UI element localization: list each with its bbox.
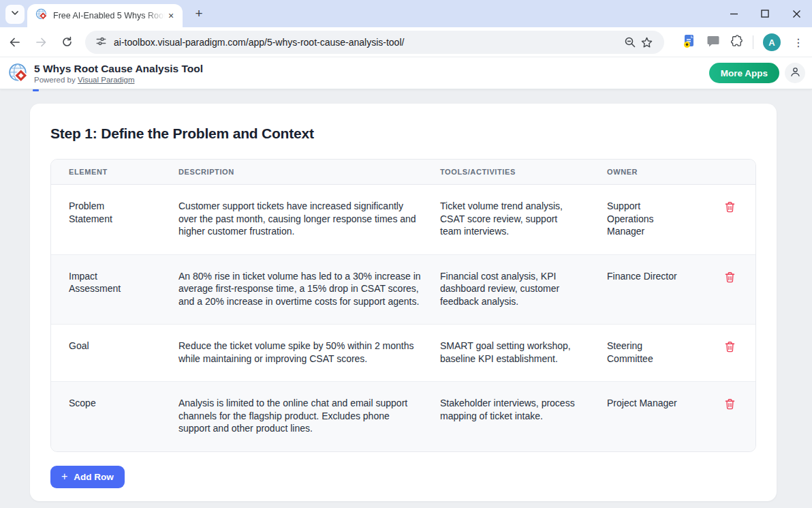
person-icon bbox=[790, 66, 801, 80]
chevron-down-icon bbox=[10, 8, 20, 20]
table-row: Scope Analysis is limited to the online … bbox=[51, 381, 755, 451]
page-content: Step 1: Define the Problem and Context E… bbox=[0, 89, 812, 508]
delete-row-button[interactable] bbox=[723, 340, 736, 354]
toolbar-separator bbox=[753, 35, 753, 49]
more-apps-button[interactable]: More Apps bbox=[709, 63, 779, 83]
minimize-button[interactable] bbox=[718, 0, 749, 27]
profile-avatar[interactable]: A bbox=[763, 33, 781, 51]
app-title-block: 5 Whys Root Cause Analysis Tool Powered … bbox=[34, 63, 203, 84]
cell-element[interactable]: Problem Statement bbox=[51, 200, 178, 238]
step-card: Step 1: Define the Problem and Context E… bbox=[30, 104, 777, 501]
column-header-owner: Owner bbox=[607, 168, 702, 176]
table-row: Goal Reduce the ticket volume spike by 5… bbox=[51, 324, 755, 381]
scrolled-element-fragment bbox=[33, 89, 39, 91]
table-row: Problem Statement Customer support ticke… bbox=[51, 185, 755, 254]
column-header-element: Element bbox=[51, 168, 178, 176]
delete-row-button[interactable] bbox=[723, 397, 736, 411]
cell-tools[interactable]: Financial cost analysis, KPI dashboard r… bbox=[440, 270, 607, 308]
cell-tools[interactable]: Ticket volume trend analysis, CSAT score… bbox=[440, 200, 607, 238]
docs-offline-icon[interactable] bbox=[682, 33, 697, 51]
table-header-row: Element Description Tools/Activities Own… bbox=[51, 160, 755, 185]
analysis-table: Element Description Tools/Activities Own… bbox=[50, 159, 756, 452]
user-account-button[interactable] bbox=[785, 63, 805, 83]
cell-owner[interactable]: Support Operations Manager bbox=[607, 200, 702, 238]
trash-icon bbox=[725, 402, 735, 412]
extensions-puzzle-icon[interactable] bbox=[730, 34, 743, 50]
browser-window: Free AI-Enabled 5 Whys Root C × + bbox=[0, 0, 812, 508]
tab-search-button[interactable] bbox=[5, 5, 25, 24]
powered-by-text: Powered by bbox=[34, 76, 78, 84]
cell-description[interactable]: Analysis is limited to the online chat a… bbox=[178, 397, 440, 435]
address-bar[interactable]: ai-toolbox.visual-paradigm.com/app/5-why… bbox=[85, 31, 664, 54]
trash-icon bbox=[725, 344, 735, 355]
page-title: 5 Whys Root Cause Analysis Tool bbox=[34, 63, 203, 75]
cell-tools[interactable]: SMART goal setting workshop, baseline KP… bbox=[440, 340, 607, 365]
zoom-out-icon[interactable] bbox=[622, 34, 638, 50]
column-header-tools: Tools/Activities bbox=[440, 168, 607, 176]
feedback-bubble-icon[interactable] bbox=[706, 34, 720, 50]
header-actions: More Apps bbox=[709, 63, 805, 83]
add-row-label: Add Row bbox=[74, 472, 114, 482]
close-window-button[interactable] bbox=[781, 0, 812, 27]
window-controls bbox=[718, 0, 812, 27]
cell-actions bbox=[702, 200, 756, 238]
visual-paradigm-link[interactable]: Visual Paradigm bbox=[78, 76, 135, 84]
cell-owner[interactable]: Finance Director bbox=[607, 270, 702, 308]
cell-element[interactable]: Impact Assessment bbox=[51, 270, 178, 308]
app-header: 5 Whys Root Cause Analysis Tool Powered … bbox=[0, 57, 812, 89]
back-button[interactable] bbox=[4, 31, 26, 53]
delete-row-button[interactable] bbox=[723, 270, 736, 284]
new-tab-button[interactable]: + bbox=[191, 5, 207, 22]
column-header-description: Description bbox=[178, 168, 440, 176]
tab-title: Free AI-Enabled 5 Whys Root C bbox=[53, 11, 165, 20]
cell-description[interactable]: An 80% rise in ticket volume has led to … bbox=[178, 270, 440, 308]
cell-element[interactable]: Scope bbox=[51, 397, 178, 435]
visual-paradigm-logo bbox=[8, 63, 29, 83]
cell-description[interactable]: Customer support tickets have increased … bbox=[178, 200, 440, 238]
powered-by: Powered by Visual Paradigm bbox=[34, 76, 203, 84]
browser-menu-button[interactable]: ⋮ bbox=[790, 36, 807, 49]
cell-actions bbox=[702, 340, 756, 365]
plus-icon: + bbox=[61, 471, 67, 482]
maximize-button[interactable] bbox=[749, 0, 781, 27]
reload-button[interactable] bbox=[56, 31, 78, 53]
cell-owner[interactable]: Project Manager bbox=[607, 397, 702, 435]
browser-tab[interactable]: Free AI-Enabled 5 Whys Root C × bbox=[27, 4, 183, 27]
bookmark-star-icon[interactable] bbox=[638, 34, 655, 50]
trash-icon bbox=[725, 275, 735, 285]
cell-actions bbox=[702, 397, 756, 435]
toolbar-extensions-area: A ⋮ bbox=[682, 31, 807, 54]
step-heading: Step 1: Define the Problem and Context bbox=[50, 125, 756, 142]
tab-close-button[interactable]: × bbox=[165, 10, 177, 22]
cell-element[interactable]: Goal bbox=[51, 340, 178, 365]
url-text[interactable]: ai-toolbox.visual-paradigm.com/app/5-why… bbox=[114, 37, 622, 48]
browser-toolbar: ai-toolbox.visual-paradigm.com/app/5-why… bbox=[0, 27, 812, 57]
add-row-button[interactable]: + Add Row bbox=[50, 466, 125, 488]
forward-button[interactable] bbox=[30, 31, 52, 53]
trash-icon bbox=[725, 205, 735, 215]
site-favicon bbox=[35, 8, 48, 23]
cell-owner[interactable]: Steering Committee bbox=[607, 340, 702, 365]
tab-strip: Free AI-Enabled 5 Whys Root C × + bbox=[0, 0, 812, 27]
cell-description[interactable]: Reduce the ticket volume spike by 50% wi… bbox=[178, 340, 440, 365]
cell-tools[interactable]: Stakeholder interviews, process mapping … bbox=[440, 397, 607, 435]
site-settings-icon[interactable] bbox=[95, 35, 108, 50]
cell-actions bbox=[702, 270, 756, 308]
table-row: Impact Assessment An 80% rise in ticket … bbox=[51, 254, 755, 325]
delete-row-button[interactable] bbox=[723, 200, 736, 214]
